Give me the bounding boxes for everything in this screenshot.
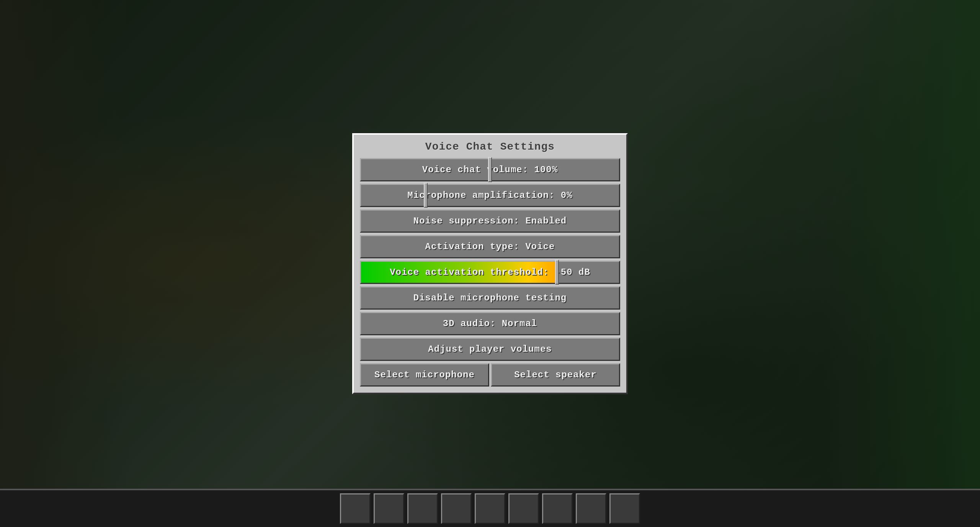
microphone-amplification-handle[interactable] [424, 183, 428, 208]
voice-activation-threshold-slider[interactable]: Voice activation threshold: -50 dB [360, 261, 620, 284]
bottom-button-row: Select microphone Select speaker [360, 363, 620, 387]
select-speaker-button[interactable]: Select speaker [491, 363, 620, 387]
3d-audio-label: 3D audio: Normal [443, 318, 537, 329]
disable-microphone-testing-button[interactable]: Disable microphone testing [360, 286, 620, 310]
select-microphone-button[interactable]: Select microphone [360, 363, 489, 387]
select-microphone-label: Select microphone [374, 370, 475, 380]
voice-chat-volume-handle[interactable] [488, 157, 492, 182]
microphone-amplification-label: Microphone amplification: 0% [407, 190, 572, 201]
select-speaker-label: Select speaker [514, 370, 597, 380]
voice-activation-threshold-label: Voice activation threshold: -50 dB [390, 267, 590, 277]
adjust-player-volumes-button[interactable]: Adjust player volumes [360, 338, 620, 361]
noise-suppression-button[interactable]: Noise suppression: Enabled [360, 209, 620, 233]
voice-chat-volume-slider[interactable]: Voice chat volume: 100% [360, 158, 620, 181]
3d-audio-button[interactable]: 3D audio: Normal [360, 312, 620, 335]
voice-activation-threshold-handle[interactable] [555, 260, 559, 285]
activation-type-button[interactable]: Activation type: Voice [360, 235, 620, 258]
voice-chat-settings-dialog: Voice Chat Settings Voice chat volume: 1… [352, 133, 628, 394]
adjust-player-volumes-label: Adjust player volumes [428, 344, 552, 354]
microphone-amplification-slider[interactable]: Microphone amplification: 0% [360, 184, 620, 207]
dialog-wrapper: Voice Chat Settings Voice chat volume: 1… [0, 0, 980, 527]
disable-microphone-testing-label: Disable microphone testing [413, 293, 567, 303]
activation-type-label: Activation type: Voice [425, 241, 555, 252]
dialog-title: Voice Chat Settings [360, 141, 620, 153]
noise-suppression-label: Noise suppression: Enabled [413, 216, 567, 226]
